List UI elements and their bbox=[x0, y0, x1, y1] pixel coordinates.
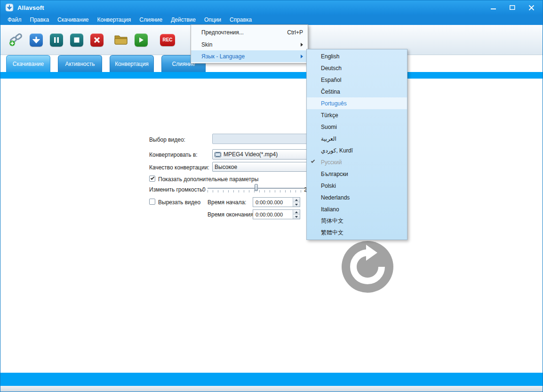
tab-convert-label: Конвертация bbox=[115, 61, 149, 67]
lang-label: Italiano bbox=[321, 206, 339, 213]
lang-item-suomi[interactable]: Suomi bbox=[307, 121, 407, 133]
show-advanced-label: Показать дополнительные параметры bbox=[158, 176, 258, 183]
start-time-value: 0:00:00.000 bbox=[253, 200, 293, 205]
menubar-item-action[interactable]: Действие bbox=[167, 15, 200, 24]
lang-item-traditional-chinese[interactable]: 繁體中文 bbox=[307, 227, 407, 239]
link-plus-icon bbox=[8, 32, 24, 48]
lang-item-russian-selected[interactable]: Русский bbox=[307, 156, 407, 168]
lang-item-arabic[interactable]: العربية bbox=[307, 133, 407, 144]
convert-start-button[interactable] bbox=[342, 241, 393, 293]
spin-down-button[interactable] bbox=[293, 214, 300, 219]
lang-item-portugues[interactable]: Português bbox=[307, 97, 407, 109]
rec-label: REC bbox=[162, 37, 172, 42]
lang-item-bulgarian[interactable]: Български bbox=[307, 168, 407, 180]
video-path-input[interactable] bbox=[212, 134, 320, 144]
open-folder-button[interactable] bbox=[113, 32, 129, 48]
tab-download[interactable]: Скачивание bbox=[6, 55, 50, 72]
end-time-value: 0:00:00.000 bbox=[253, 212, 293, 217]
quality-label: Качество конвертации: bbox=[149, 164, 209, 171]
check-icon bbox=[311, 159, 315, 163]
skin-label: Skin bbox=[201, 41, 212, 48]
window-title: Allavsoft bbox=[17, 4, 44, 11]
menubar-item-download[interactable]: Скачивание bbox=[53, 15, 93, 24]
lang-item-kurdi[interactable]: كوردي, Kurdî bbox=[307, 144, 407, 156]
lang-item-deutsch[interactable]: Deutsch bbox=[307, 62, 407, 74]
lang-item-cestina[interactable]: Čeština bbox=[307, 86, 407, 97]
start-time-label: Время начала: bbox=[208, 199, 246, 206]
lang-label: Español bbox=[321, 77, 341, 83]
spin-up-button[interactable] bbox=[293, 210, 300, 214]
lang-label: 简体中文 bbox=[321, 217, 343, 225]
menubar-item-help[interactable]: Справка bbox=[225, 15, 256, 24]
spin-down-button[interactable] bbox=[293, 202, 300, 207]
tab-download-label: Скачивание bbox=[13, 61, 44, 67]
lang-item-nederlands[interactable]: Nederlands bbox=[307, 192, 407, 203]
minimize-button[interactable] bbox=[490, 4, 497, 11]
lang-label: Suomi bbox=[321, 124, 337, 130]
quality-value: Высокое bbox=[215, 164, 237, 170]
menubar: Файл Правка Скачивание Конвертация Слиян… bbox=[0, 15, 543, 25]
cut-video-label: Вырезать видео bbox=[158, 199, 200, 206]
pause-button[interactable] bbox=[48, 32, 64, 48]
menubar-item-convert[interactable]: Конвертация bbox=[93, 15, 136, 24]
lang-item-espanol[interactable]: Español bbox=[307, 74, 407, 86]
format-dropdown[interactable]: MPEG4 Video(*.mp4) bbox=[212, 149, 320, 160]
tab-convert[interactable]: Конвертация bbox=[110, 55, 154, 72]
menu-item-preferences[interactable]: Предпочтения... Ctrl+P bbox=[191, 26, 308, 39]
video-file-icon bbox=[215, 152, 221, 158]
language-submenu: English Deutsch Español Čeština Portuguê… bbox=[306, 49, 407, 240]
lang-item-italiano[interactable]: Italiano bbox=[307, 203, 407, 215]
menu-item-language[interactable]: Язык - Language bbox=[191, 50, 308, 62]
stop-button[interactable] bbox=[69, 32, 85, 48]
spin-up-button[interactable] bbox=[293, 198, 300, 202]
select-video-label: Выбор видео: bbox=[149, 136, 185, 143]
folder-icon bbox=[114, 33, 128, 47]
play-button[interactable] bbox=[133, 32, 149, 48]
lang-item-turkce[interactable]: Türkçe bbox=[307, 109, 407, 121]
download-arrow-icon bbox=[30, 33, 43, 47]
lang-label: English bbox=[321, 53, 339, 60]
add-url-button[interactable] bbox=[8, 32, 24, 48]
download-button[interactable] bbox=[28, 32, 44, 48]
slider-ticks bbox=[208, 190, 319, 192]
accent-band-top bbox=[0, 72, 543, 79]
close-button[interactable] bbox=[527, 4, 535, 11]
slider-thumb[interactable] bbox=[255, 184, 258, 191]
maximize-button[interactable] bbox=[509, 4, 516, 11]
end-time-label: Время окончания: bbox=[208, 211, 255, 218]
show-advanced-checkbox[interactable] bbox=[149, 176, 155, 182]
preferences-shortcut: Ctrl+P bbox=[287, 29, 303, 36]
menubar-item-options[interactable]: Опции bbox=[200, 15, 225, 24]
check-icon bbox=[151, 176, 154, 180]
volume-slider[interactable] bbox=[208, 184, 319, 193]
slider-track bbox=[208, 188, 319, 189]
lang-label: 繁體中文 bbox=[321, 229, 343, 237]
lang-label: Türkçe bbox=[321, 112, 338, 119]
quality-dropdown[interactable]: Высокое bbox=[212, 162, 320, 172]
lang-label: Polski bbox=[321, 183, 336, 189]
menubar-item-file[interactable]: Файл bbox=[3, 15, 26, 24]
pause-icon bbox=[50, 33, 63, 47]
format-value: MPEG4 Video(*.mp4) bbox=[224, 151, 278, 158]
lang-label: Deutsch bbox=[321, 65, 342, 72]
end-time-spinbox[interactable]: 0:00:00.000 bbox=[253, 209, 300, 219]
window-controls bbox=[490, 4, 538, 11]
submenu-arrow-icon bbox=[301, 55, 303, 58]
lang-label: العربية bbox=[321, 136, 336, 142]
cut-video-checkbox[interactable] bbox=[149, 199, 155, 205]
menubar-item-edit[interactable]: Правка bbox=[26, 15, 54, 24]
play-icon bbox=[135, 33, 148, 47]
titlebar: Allavsoft bbox=[0, 0, 543, 15]
lang-item-polski[interactable]: Polski bbox=[307, 180, 407, 192]
record-button[interactable]: REC bbox=[160, 34, 175, 46]
delete-button[interactable] bbox=[89, 32, 105, 48]
menu-item-skin[interactable]: Skin bbox=[191, 39, 308, 50]
lang-item-simplified-chinese[interactable]: 简体中文 bbox=[307, 215, 407, 227]
x-icon bbox=[90, 33, 104, 47]
accent-band-bottom bbox=[0, 373, 543, 386]
lang-item-english[interactable]: English bbox=[307, 50, 407, 62]
menubar-item-merge[interactable]: Слияние bbox=[135, 15, 167, 24]
stop-icon bbox=[70, 33, 83, 47]
start-time-spinbox[interactable]: 0:00:00.000 bbox=[253, 197, 300, 207]
tab-activity[interactable]: Активность bbox=[58, 55, 102, 72]
